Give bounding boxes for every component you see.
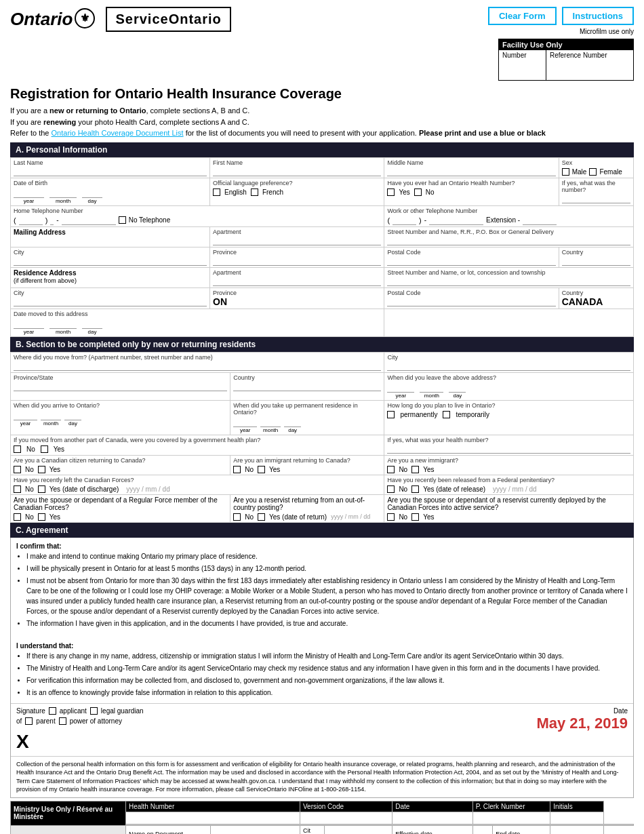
legal-guardian-checkbox[interactable] bbox=[90, 707, 98, 715]
home-tel-area[interactable] bbox=[19, 216, 43, 225]
ifyes-health-cell[interactable]: If yes, what was your health number? bbox=[384, 435, 634, 455]
clear-form-button[interactable]: Clear Form bbox=[488, 7, 557, 25]
arrive-cell[interactable]: When did you arrive to Ontario? year mon… bbox=[11, 400, 230, 435]
res-street-cell[interactable]: Street Number and Name, or lot, concessi… bbox=[384, 267, 634, 287]
apartment-cell[interactable]: Apartment bbox=[210, 226, 384, 247]
perm-day-field[interactable]: day bbox=[284, 417, 301, 433]
leave-year-value[interactable] bbox=[387, 383, 414, 393]
fed-yes-checkbox[interactable] bbox=[411, 485, 419, 493]
doc-list-link[interactable]: Ontario Health Coverage Document List bbox=[52, 129, 184, 137]
french-checkbox[interactable] bbox=[251, 188, 258, 196]
home-tel-cell[interactable]: Home Telephone Number ( ) - No Telephone bbox=[11, 205, 384, 226]
res-apartment-cell[interactable]: Apartment bbox=[210, 267, 384, 287]
male-checkbox[interactable] bbox=[562, 168, 569, 176]
leave-year-field[interactable]: year bbox=[387, 382, 414, 399]
moved-city-cell[interactable]: City bbox=[384, 352, 634, 372]
work-tel-area[interactable] bbox=[393, 216, 416, 225]
parent-checkbox[interactable] bbox=[25, 717, 33, 725]
p-clerk-value[interactable] bbox=[472, 812, 550, 824]
res-yes-checkbox[interactable] bbox=[258, 513, 265, 521]
perm-year-field[interactable]: year bbox=[233, 417, 257, 433]
postal-value[interactable] bbox=[387, 256, 555, 266]
arrive-month-value[interactable] bbox=[41, 411, 61, 420]
b-country-value[interactable] bbox=[233, 382, 381, 391]
fed-no-checkbox[interactable] bbox=[387, 485, 395, 493]
imm-no-checkbox[interactable] bbox=[233, 466, 241, 473]
leave-month-value[interactable] bbox=[420, 383, 443, 393]
middle-name-value[interactable] bbox=[387, 167, 555, 176]
ifyes-number-cell[interactable]: If yes, what was the number? bbox=[559, 178, 633, 205]
province-cell[interactable]: Province bbox=[210, 247, 384, 267]
imm-yes-checkbox[interactable] bbox=[258, 466, 265, 473]
extension-value[interactable] bbox=[523, 216, 557, 225]
dob-month-value[interactable] bbox=[49, 188, 77, 198]
english-checkbox[interactable] bbox=[213, 188, 220, 196]
version-code-value[interactable] bbox=[300, 812, 392, 824]
dob-month-field[interactable]: month bbox=[49, 188, 77, 204]
leave-month-field[interactable]: month bbox=[420, 382, 443, 399]
arrive-year-field[interactable]: year bbox=[14, 410, 37, 426]
arrive-day-field[interactable]: day bbox=[64, 410, 81, 426]
b-country-cell[interactable]: Country bbox=[230, 372, 384, 400]
date-value-ministry[interactable] bbox=[393, 812, 473, 824]
moved-from-cell[interactable]: Where did you move from? (Apartment numb… bbox=[11, 352, 384, 372]
moved-from-value[interactable] bbox=[14, 361, 381, 371]
new-imm-yes-checkbox[interactable] bbox=[411, 466, 419, 473]
cdn-yes-checkbox[interactable] bbox=[38, 466, 45, 473]
res-province-cell[interactable]: Province ON bbox=[210, 287, 384, 309]
prov-state-cell[interactable]: Province/State bbox=[11, 372, 230, 400]
instructions-button[interactable]: Instructions bbox=[562, 7, 634, 25]
ohip-no-checkbox[interactable] bbox=[414, 188, 422, 196]
permanently-checkbox[interactable] bbox=[387, 411, 395, 418]
moved-year-value[interactable] bbox=[14, 319, 44, 329]
covered-yes-checkbox[interactable] bbox=[41, 445, 48, 453]
arrive-day-value[interactable] bbox=[64, 411, 81, 420]
dob-day-value[interactable] bbox=[82, 188, 102, 198]
work-tel-number[interactable] bbox=[429, 216, 483, 225]
dob-cell[interactable]: Date of Birth year month day bbox=[11, 178, 210, 205]
when-leave-cell[interactable]: When did you leave the above address? ye… bbox=[384, 372, 634, 400]
province-value[interactable] bbox=[213, 256, 381, 266]
middle-name-cell[interactable]: Middle Name bbox=[384, 157, 559, 178]
facility-ref-value[interactable] bbox=[546, 65, 633, 80]
street-value[interactable] bbox=[387, 236, 630, 245]
work-tel-cell[interactable]: Work or other Telephone Number ( ) - Ext… bbox=[384, 205, 634, 226]
leave-day-field[interactable]: day bbox=[449, 382, 466, 399]
no-tel-checkbox[interactable] bbox=[119, 216, 126, 224]
ifyes-health-value[interactable] bbox=[387, 444, 630, 454]
sp-res-no-checkbox[interactable] bbox=[387, 513, 395, 521]
res-apartment-value[interactable] bbox=[213, 277, 381, 286]
reg-yes-checkbox[interactable] bbox=[38, 513, 45, 521]
first-name-cell[interactable]: First Name bbox=[210, 157, 384, 178]
temporarily-checkbox[interactable] bbox=[443, 411, 450, 418]
cdn-no-checkbox[interactable] bbox=[14, 466, 21, 473]
postal-cell[interactable]: Postal Code bbox=[384, 247, 559, 267]
moved-month-value[interactable] bbox=[49, 319, 77, 329]
date-moved-cell[interactable]: Date moved to this address year month da… bbox=[11, 309, 384, 336]
res-postal-cell[interactable]: Postal Code bbox=[384, 287, 559, 309]
city-cell[interactable]: City bbox=[11, 247, 210, 267]
poa-checkbox[interactable] bbox=[59, 717, 66, 725]
country-value[interactable] bbox=[562, 256, 630, 266]
arrive-month-field[interactable]: month bbox=[41, 410, 61, 426]
reg-no-checkbox[interactable] bbox=[14, 513, 21, 521]
dob-year-field[interactable]: year bbox=[14, 188, 44, 204]
sp-res-yes-checkbox[interactable] bbox=[411, 513, 419, 521]
perm-month-field[interactable]: month bbox=[260, 417, 281, 433]
first-name-value[interactable] bbox=[213, 167, 381, 176]
perm-res-cell[interactable]: When did you take up permanent residence… bbox=[230, 400, 384, 435]
initials-value[interactable] bbox=[550, 812, 604, 824]
home-tel-number[interactable] bbox=[62, 216, 116, 225]
moved-city-value[interactable] bbox=[387, 361, 630, 371]
res-no-checkbox[interactable] bbox=[233, 513, 241, 521]
covered-no-checkbox[interactable] bbox=[14, 445, 21, 453]
res-city-cell[interactable]: City bbox=[11, 287, 210, 309]
leave-day-value[interactable] bbox=[449, 383, 466, 393]
country-cell[interactable]: Country bbox=[559, 247, 633, 267]
applicant-checkbox[interactable] bbox=[49, 707, 56, 715]
res-city-value[interactable] bbox=[14, 297, 207, 306]
moved-day-field[interactable]: day bbox=[82, 319, 102, 335]
moved-month-field[interactable]: month bbox=[49, 319, 77, 335]
prov-state-value[interactable] bbox=[14, 382, 227, 391]
city-value[interactable] bbox=[14, 256, 207, 266]
